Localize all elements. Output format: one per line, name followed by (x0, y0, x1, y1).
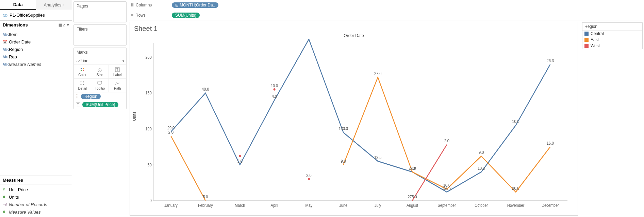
view-as-icon[interactable]: ▦ (59, 23, 62, 27)
svg-text:T: T (116, 68, 118, 72)
svg-text:0: 0 (150, 199, 152, 203)
svg-point-2 (81, 68, 82, 69)
mark-tooltip[interactable]: Tooltip (91, 78, 109, 92)
calc-number-icon: =# (3, 202, 9, 207)
svg-point-7 (99, 71, 100, 72)
svg-point-10 (81, 82, 82, 83)
svg-text:29.0: 29.0 (167, 126, 175, 130)
label-pill-row[interactable]: T SUM(Unit Price) (74, 101, 126, 109)
svg-point-6 (98, 69, 101, 72)
field-label: Rep (9, 54, 17, 59)
svg-point-3 (83, 68, 84, 69)
svg-text:2.0: 2.0 (306, 173, 311, 178)
rows-shelf[interactable]: ≡Rows SUM(Units) (128, 10, 644, 20)
pages-shelf[interactable]: Pages (73, 1, 127, 22)
field-region[interactable]: AbcRegion (0, 46, 72, 53)
columns-icon: iii (131, 3, 134, 7)
tab-data[interactable]: Data (0, 0, 36, 10)
svg-text:16.0: 16.0 (547, 141, 554, 145)
svg-text:150: 150 (146, 91, 152, 95)
dimensions-list: AbcItem 📅Order Date AbcRegion AbcRep Abc… (0, 29, 72, 69)
header-tools: ▦ ⌕ ▾ (59, 23, 69, 27)
legend-card[interactable]: Region Central East West (582, 22, 643, 49)
filters-label: Filters (74, 25, 126, 34)
mark-size[interactable]: Size (91, 65, 109, 78)
legend-label: West (591, 43, 600, 48)
datasource-label: P1-OfficeSupplies (10, 13, 45, 18)
label-icon: T (76, 102, 80, 107)
chevron-down-icon: ▾ (122, 59, 124, 63)
field-unit-price[interactable]: #Unit Price (0, 186, 72, 193)
field-label: Item (9, 32, 17, 37)
svg-text:2.0: 2.0 (168, 130, 174, 135)
columns-label: Columns (136, 3, 152, 7)
filters-shelf[interactable]: Filters (73, 24, 127, 46)
svg-text:200: 200 (146, 55, 152, 59)
svg-text:40.0: 40.0 (202, 87, 209, 92)
svg-text:April: April (271, 203, 278, 207)
pill-month-orderdate[interactable]: ⊞ MONTH(Order Da.. (172, 2, 218, 8)
svg-text:2.0: 2.0 (444, 139, 449, 143)
mark-cell-label: Color (78, 73, 86, 77)
svg-text:July: July (375, 203, 381, 207)
menu-icon[interactable]: ▾ (67, 23, 69, 27)
mark-path[interactable]: Path (109, 78, 126, 92)
pill-sum-units[interactable]: SUM(Units) (172, 13, 200, 18)
mark-type-label: Line (81, 58, 122, 63)
svg-point-41 (308, 178, 310, 180)
field-measure-names[interactable]: AbcMeasure Names (0, 60, 72, 68)
data-pane[interactable]: Data Analytics◦ P1-OfficeSupplies Dimens… (0, 0, 72, 217)
legend-swatch (584, 32, 589, 36)
tab-analytics[interactable]: Analytics◦ (36, 0, 72, 10)
color-pill-row[interactable]: ⠿ Region (74, 92, 126, 101)
svg-text:June: June (339, 203, 347, 207)
field-order-date[interactable]: 📅Order Date (0, 38, 72, 46)
mark-label[interactable]: TLabel (109, 65, 126, 78)
sheet-title[interactable]: Sheet 1 (130, 22, 578, 33)
tab-analytics-label: Analytics (44, 2, 61, 7)
datasource-item[interactable]: P1-OfficeSupplies (0, 10, 72, 20)
pane-tabs: Data Analytics◦ (0, 0, 72, 10)
columns-shelf[interactable]: iiiColumns ⊞ MONTH(Order Da.. (128, 0, 644, 10)
svg-point-40 (274, 88, 276, 91)
field-measure-values[interactable]: #Measure Values (0, 208, 72, 216)
dimensions-header: Dimensions ▦ ⌕ ▾ (0, 20, 72, 29)
pill-region[interactable]: Region (81, 94, 101, 99)
field-units[interactable]: #Units (0, 193, 72, 201)
abc-icon: Abc (3, 55, 9, 59)
abc-icon: Abc (3, 62, 9, 67)
legend-item-west[interactable]: West (582, 43, 642, 49)
mark-detail[interactable]: Detail (74, 78, 91, 92)
legend-swatch (584, 44, 589, 48)
mark-cell-label: Path (114, 87, 121, 90)
svg-text:5.0: 5.0 (237, 159, 243, 163)
pill-unitprice[interactable]: SUM(Unit Price) (82, 102, 119, 107)
svg-text:March: March (235, 203, 245, 207)
field-number-of-records[interactable]: =#Number of Records (0, 201, 72, 208)
svg-text:4.0: 4.0 (272, 94, 277, 99)
svg-text:December: December (542, 203, 559, 207)
mark-cell-label: Size (97, 73, 103, 77)
legend-item-east[interactable]: East (582, 37, 642, 43)
svg-point-12 (81, 84, 82, 85)
number-icon: # (3, 210, 9, 214)
search-icon[interactable]: ⌕ (63, 23, 66, 27)
svg-point-11 (83, 82, 84, 83)
svg-point-39 (239, 155, 241, 158)
svg-text:5.0: 5.0 (410, 166, 415, 170)
mark-color[interactable]: Color (74, 65, 91, 78)
marks-grid: ColorSizeTLabelDetailTooltipPath (74, 65, 126, 92)
legend-item-central[interactable]: Central (582, 31, 642, 37)
field-item[interactable]: AbcItem (0, 31, 72, 38)
pill-month-label: MONTH(Order Da.. (180, 3, 215, 7)
viz-canvas[interactable]: Sheet 1 Order Date Units 050100150200Jan… (130, 22, 578, 216)
field-label: Number of Records (9, 202, 47, 207)
svg-text:20.0: 20.0 (512, 186, 519, 191)
mark-type-select[interactable]: Line ▾ (74, 57, 126, 65)
rows-label: Rows (135, 13, 146, 18)
svg-point-4 (81, 70, 82, 71)
svg-text:October: October (475, 203, 488, 207)
field-rep[interactable]: AbcRep (0, 53, 72, 60)
abc-icon: Abc (3, 32, 9, 37)
chart-svg: 050100150200JanuaryFebruaryMarchAprilMay… (133, 39, 574, 212)
